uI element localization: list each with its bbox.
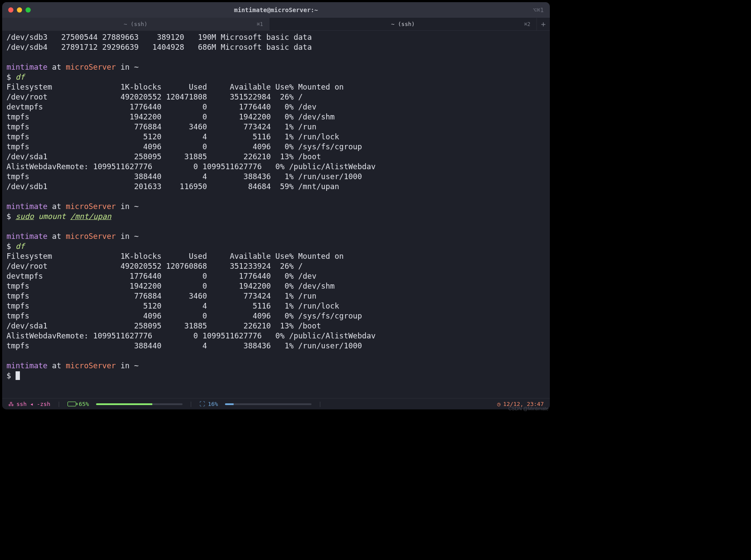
output-line: tmpfs 5120 4 5116 1% /run/lock [6,132,546,142]
prompt-host: microServer [66,202,116,211]
prompt-user: mintimate [6,63,48,71]
window-title: mintimate@microServer:~ [234,6,318,13]
output-line: tmpfs 776884 3460 773424 1% /run [6,122,546,132]
command-sudo: sudo [16,212,34,221]
prompt-user: mintimate [6,232,48,241]
maximize-button[interactable] [26,7,31,13]
output-line: /dev/sda1 258095 31885 226210 13% /boot [6,321,546,331]
tab-1[interactable]: ~ (ssh) ⌘1 [2,18,270,30]
output-line: AlistWebdavRemote: 1099511627776 0 10995… [6,331,546,341]
status-process-text: ssh ◂ -zsh [16,401,50,407]
prompt-user: mintimate [6,202,48,211]
prompt-line: mintimate at microServer in ~ [6,62,546,72]
command-line: $ sudo umount /mnt/upan [6,212,546,222]
status-bar: ⁂ ssh ◂ -zsh | 65% | ⛶ 16% | ◷ 12/12, 23… [2,398,550,409]
tab-bar: ~ (ssh) ⌘1 ~ (ssh) ⌘2 + [2,18,550,31]
output-line: /dev/root 492020552 120471808 351522984 … [6,92,546,102]
prompt-path: ~ [134,232,139,241]
output-line: /dev/sdb4 27891712 29296639 1404928 686M… [6,42,546,52]
output-line: tmpfs 1942200 0 1942200 0% /dev/shm [6,112,546,122]
tab-label: ~ (ssh) [124,21,148,27]
title-shortcut-hint: ⌥⌘1 [533,6,544,13]
prompt-host: microServer [66,232,116,241]
prompt-host: microServer [66,63,116,71]
ram-bar [96,403,183,405]
output-line: devtmpfs 1776440 0 1776440 0% /dev [6,271,546,281]
titlebar[interactable]: mintimate@microServer:~ ⌥⌘1 [2,2,550,18]
battery-pct: 65% [79,401,89,407]
command-line: $ df [6,72,546,82]
prompt-user: mintimate [6,361,48,370]
cursor [16,371,20,380]
prompt-host: microServer [66,361,116,370]
output-line: tmpfs 388440 4 388436 1% /run/user/1000 [6,172,546,182]
terminal-window: mintimate@microServer:~ ⌥⌘1 ~ (ssh) ⌘1 ~… [2,2,550,409]
prompt-path: ~ [134,361,139,370]
command: df [16,73,25,81]
battery-icon [67,402,76,406]
cpu-pct: 16% [208,401,218,407]
close-button[interactable] [8,7,13,13]
tab-label: ~ (ssh) [391,21,415,27]
clock-icon: ◷ [497,401,501,407]
output-line: tmpfs 4096 0 4096 0% /sys/fs/cgroup [6,311,546,321]
output-line: /dev/root 492020552 120760868 351233924 … [6,261,546,271]
output-line: tmpfs 1942200 0 1942200 0% /dev/shm [6,281,546,291]
traffic-lights [2,7,31,13]
new-tab-button[interactable]: + [537,18,550,30]
status-process[interactable]: ⁂ ssh ◂ -zsh [8,401,50,407]
output-line: /dev/sdb3 27500544 27889663 389120 190M … [6,32,546,42]
output-line: AlistWebdavRemote: 1099511627776 0 10995… [6,162,546,172]
prompt-path: ~ [134,63,139,71]
tab-shortcut: ⌘1 [257,21,263,27]
status-battery: 65% [67,401,89,407]
output-line: tmpfs 5120 4 5116 1% /run/lock [6,301,546,311]
command-line[interactable]: $ [6,371,546,381]
command-line: $ df [6,241,546,251]
command-path: /mnt/upan [71,212,112,221]
output-header: Filesystem 1K-blocks Used Available Use%… [6,82,546,92]
tab-2[interactable]: ~ (ssh) ⌘2 [270,18,537,30]
output-line: /dev/sdb1 201633 116950 84684 59% /mnt/u… [6,182,546,192]
output-line: tmpfs 388440 4 388436 1% /run/user/1000 [6,341,546,351]
output-line: tmpfs 4096 0 4096 0% /sys/fs/cgroup [6,142,546,152]
terminal-output[interactable]: /dev/sdb3 27500544 27889663 389120 190M … [2,31,550,398]
prompt-line: mintimate at microServer in ~ [6,361,546,371]
prompt-line: mintimate at microServer in ~ [6,202,546,212]
output-line: tmpfs 776884 3460 773424 1% /run [6,291,546,301]
minimize-button[interactable] [17,7,22,13]
output-line: devtmpfs 1776440 0 1776440 0% /dev [6,102,546,112]
prompt-path: ~ [134,202,139,211]
output-header: Filesystem 1K-blocks Used Available Use%… [6,251,546,261]
cpu-bar [225,403,311,405]
status-cpu: ⛶ 16% [199,401,218,407]
command: df [16,242,25,251]
cpu-icon: ⛶ [199,401,205,407]
prompt-line: mintimate at microServer in ~ [6,232,546,241]
output-line: /dev/sda1 258095 31885 226210 13% /boot [6,152,546,162]
watermark: CSDN @Mintimate [508,406,549,411]
tab-shortcut: ⌘2 [524,21,530,27]
ssh-icon: ⁂ [8,401,14,407]
